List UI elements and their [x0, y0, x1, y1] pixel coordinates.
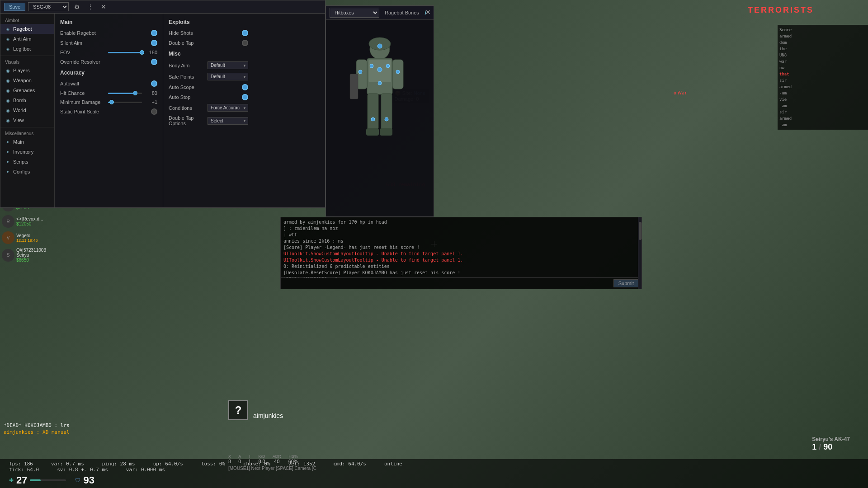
stat-fps: fps: 186	[9, 461, 33, 467]
auto-scope-toggle[interactable]	[242, 84, 248, 90]
save-button[interactable]: Save	[4, 3, 25, 11]
main-panel-title: Main	[60, 19, 157, 25]
sidebar-item-scripts[interactable]: ✦ Scripts	[0, 157, 54, 167]
sidebar-item-ragebot[interactable]: ◈ Ragebot	[0, 24, 54, 34]
enable-ragebot-toggle[interactable]	[151, 30, 157, 36]
sidebar-item-main[interactable]: ✦ Main	[0, 137, 54, 147]
stat-var: var: 0.7 ms	[51, 461, 84, 467]
player-avatar: S	[2, 249, 14, 262]
min-damage-row: Minimum Damage +1	[60, 99, 157, 105]
stat-ping: ping: 28 ms	[102, 461, 135, 467]
svg-point-12	[377, 67, 382, 72]
conditions-row: Conditions Force Accuracy ▼	[169, 104, 248, 112]
bones-close-button[interactable]: ✕	[425, 9, 431, 16]
players-icon: ◉	[5, 68, 10, 73]
config-select[interactable]: SSG-08	[28, 2, 69, 11]
sidebar-divider-1	[0, 56, 54, 56]
grenades-icon: ◉	[5, 88, 10, 93]
double-tap-options-select[interactable]: Select	[208, 117, 248, 125]
min-damage-track[interactable]	[108, 102, 142, 103]
nav-hint: [MOUSE1] Next Player [SPACE] Camera [C	[228, 466, 316, 471]
override-resolver-toggle[interactable]	[151, 59, 157, 65]
scrollbar-thumb	[639, 222, 642, 240]
armor-number: 93	[83, 474, 94, 486]
hitbox-dropdown[interactable]: Hitboxes	[330, 8, 379, 18]
menu-icon-btn-3[interactable]: ✕	[99, 2, 108, 11]
auto-stop-toggle[interactable]	[242, 94, 248, 100]
player-info: Vegeto 12.11 19:46	[16, 233, 52, 243]
double-tap-toggle[interactable]	[242, 40, 248, 46]
score-val: 40	[274, 459, 279, 464]
console-input-row: Submit	[281, 277, 642, 289]
hit-chance-row: Hit Chance 80	[60, 90, 157, 96]
score-col-x: X 8	[228, 454, 231, 464]
ragebot-icon: ◈	[5, 26, 10, 32]
score-col-adr: ADR 40	[273, 454, 281, 464]
score-row: X 8 A 0 I 1 K/D 8.0 ADR 40 HS% 60%	[228, 454, 355, 464]
list-item: V Vegeto 12.11 19:46	[2, 231, 52, 244]
score-col-i: I 1	[248, 454, 251, 464]
sidebar-item-configs[interactable]: ✦ Configs	[0, 167, 54, 177]
main-content-area: Main Enable Ragebot Silent Aim FOV 180	[55, 14, 325, 207]
console-line: [Score] Player -Legend- has just reset h…	[283, 244, 639, 251]
console-scrollbar[interactable]	[638, 217, 642, 289]
menu-icon-btn-1[interactable]: ⚙	[72, 2, 82, 11]
right-panel: Exploits Hide Shots Double Tap Misc Body…	[163, 14, 254, 207]
console-line-error: UIToolkit.ShowCustomLayoutTooltip - Unab…	[283, 257, 639, 263]
conditions-wrapper: Force Accuracy ▼	[208, 104, 248, 112]
sidebar-section-aimbot: Aimbot	[0, 16, 54, 24]
silent-aim-toggle[interactable]	[151, 40, 157, 46]
sidebar-item-bomb[interactable]: ◉ Bomb	[0, 95, 54, 105]
fov-label: FOV	[60, 50, 105, 55]
armor-display: 🛡 93	[75, 474, 94, 486]
score-col-hs: HS% 60%	[288, 454, 298, 464]
autowall-label: Autowall	[60, 81, 79, 86]
sidebar-item-anti-aim[interactable]: ◈ Anti Aim	[0, 34, 54, 44]
hide-shots-toggle[interactable]	[242, 30, 248, 36]
sidebar-item-legitbot[interactable]: ◈ Legitbot	[0, 44, 54, 54]
main-icon: ✦	[5, 139, 10, 145]
menu-icon-btn-2[interactable]: ⋮	[85, 2, 95, 11]
health-bar-fill	[30, 479, 41, 481]
player-avatar: V	[2, 231, 14, 244]
conditions-select[interactable]: Force Accuracy	[208, 104, 248, 112]
auto-stop-row: Auto Stop	[169, 94, 248, 100]
hit-chance-track[interactable]	[108, 93, 142, 94]
sidebar-item-grenades[interactable]: ◉ Grenades	[0, 85, 54, 95]
double-tap-options-row: Double Tap Options Select ▼	[169, 115, 248, 126]
view-icon: ◉	[5, 117, 10, 123]
sidebar-divider-2	[0, 127, 54, 127]
player-name: Vegeto	[16, 233, 52, 238]
console-submit-button[interactable]: Submit	[613, 279, 639, 287]
hide-shots-row: Hide Shots	[169, 30, 248, 36]
sidebar-item-players[interactable]: ◉ Players	[0, 66, 54, 75]
stat-online: online	[384, 461, 402, 467]
body-aim-select[interactable]: Default	[208, 61, 248, 69]
auto-scope-label: Auto Scope	[169, 84, 194, 90]
ammo-display: Seiryu's AK-47 1 / 90	[812, 436, 850, 452]
sidebar-item-weapon[interactable]: ◉ Weapon	[0, 75, 54, 85]
safe-points-select[interactable]: Default	[208, 73, 248, 80]
console-input[interactable]	[283, 279, 611, 287]
override-resolver-row: Override Resolver	[60, 59, 157, 65]
bomb-icon: ◉	[5, 98, 10, 103]
sidebar-item-view[interactable]: ◉ View	[0, 115, 54, 125]
scoreboard-text: Score armed dom the UN8 war ow that sir …	[779, 27, 866, 128]
ammo-slash: /	[819, 442, 823, 451]
weapon-question-icon: ?	[228, 400, 248, 420]
fov-slider-track[interactable]	[108, 52, 142, 53]
inventory-icon: ✦	[5, 149, 10, 155]
autowall-toggle[interactable]	[151, 80, 157, 87]
score-header: A	[238, 454, 241, 459]
menu-content: Aimbot ◈ Ragebot ◈ Anti Aim ◈ Legitbot V…	[0, 14, 325, 207]
fov-slider-thumb	[140, 50, 144, 55]
score-header: HS%	[288, 454, 298, 459]
static-point-toggle[interactable]	[151, 108, 157, 115]
armor-icon: 🛡	[75, 477, 80, 483]
sidebar-item-world[interactable]: ◉ World	[0, 105, 54, 115]
kill-notice: aimjunkies : XD manual	[0, 428, 73, 436]
right-scoreboard: Score armed dom the UN8 war ow that sir …	[778, 25, 868, 130]
score-col-kd: K/D 8.0	[258, 454, 265, 464]
sidebar-item-inventory[interactable]: ✦ Inventory	[0, 147, 54, 157]
score-header: K/D	[259, 454, 265, 459]
